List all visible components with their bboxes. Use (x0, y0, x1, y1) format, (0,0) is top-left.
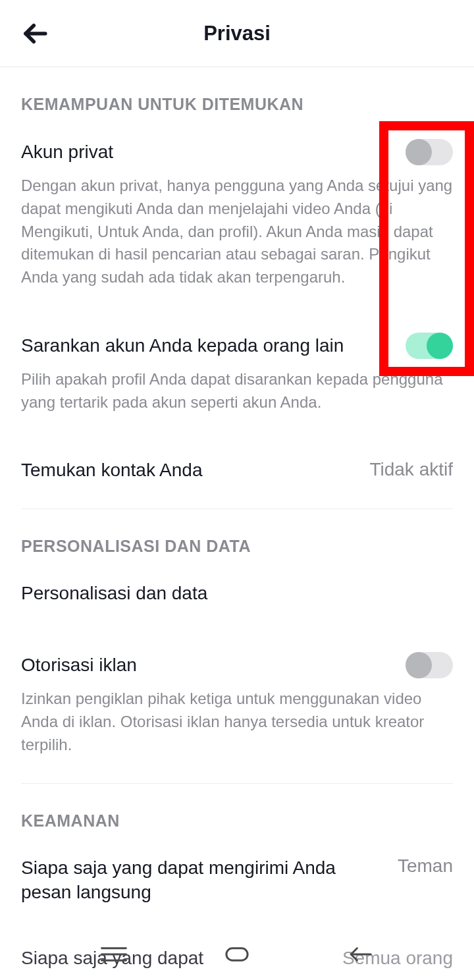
app-header: Privasi (0, 0, 474, 67)
row-description: Dengan akun privat, hanya pengguna yang … (21, 175, 453, 289)
row-direct-message[interactable]: Siapa saja yang dapat mengirimi Anda pes… (0, 844, 474, 917)
row-private-account[interactable]: Akun privat Dengan akun privat, hanya pe… (0, 127, 474, 301)
row-title: Personalisasi dan data (21, 581, 453, 606)
system-nav-bar (0, 929, 474, 980)
toggle-knob (406, 139, 432, 165)
row-title: Otorisasi iklan (21, 653, 395, 678)
rounded-rect-icon (222, 945, 252, 964)
row-title-line: Siapa saja yang dapat mengirimi Anda pes… (21, 856, 453, 906)
menu-lines-icon (99, 945, 129, 964)
row-title-line: Sarankan akun Anda kepada orang lain (21, 333, 453, 359)
section-header-security: KEAMANAN (0, 784, 474, 844)
row-title-line: Temukan kontak Anda Tidak aktif (21, 458, 453, 483)
row-ad-authorization[interactable]: Otorisasi iklan Izinkan pengiklan pihak … (0, 640, 474, 768)
page-title: Privasi (203, 22, 271, 45)
nav-back-button[interactable] (340, 941, 380, 967)
row-title-line: Otorisasi iklan (21, 652, 453, 678)
row-value: Tidak aktif (369, 459, 453, 480)
nav-recent-button[interactable] (94, 941, 134, 967)
settings-content: KEMAMPUAN UNTUK DITEMUKAN Akun privat De… (0, 67, 474, 980)
row-description: Izinkan pengiklan pihak ketiga untuk men… (21, 688, 453, 756)
row-title-line: Personalisasi dan data (21, 581, 453, 606)
row-title-line: Akun privat (21, 139, 453, 165)
toggle-ad-authorization[interactable] (406, 652, 453, 678)
section-header-personalization: PERSONALISASI DAN DATA (0, 509, 474, 569)
toggle-suggest-account[interactable] (406, 333, 453, 359)
row-description: Pilih apakah profil Anda dapat disaranka… (21, 368, 453, 414)
nav-home-button[interactable] (217, 941, 257, 967)
row-suggest-account[interactable]: Sarankan akun Anda kepada orang lain Pil… (0, 321, 474, 426)
arrow-left-icon (21, 20, 49, 47)
toggle-private-account[interactable] (406, 139, 453, 165)
section-header-discoverability: KEMAMPUAN UNTUK DITEMUKAN (0, 67, 474, 127)
row-title: Sarankan akun Anda kepada orang lain (21, 333, 395, 358)
arrow-left-icon (345, 945, 375, 964)
toggle-knob (427, 333, 453, 359)
row-personalization-data[interactable]: Personalisasi dan data (0, 569, 474, 618)
row-title: Akun privat (21, 140, 395, 165)
row-value: Teman (398, 856, 453, 877)
row-title: Siapa saja yang dapat mengirimi Anda pes… (21, 856, 387, 906)
back-button[interactable] (18, 17, 51, 50)
svg-rect-4 (226, 948, 248, 960)
row-find-contacts[interactable]: Temukan kontak Anda Tidak aktif (0, 446, 474, 495)
row-title: Temukan kontak Anda (21, 458, 359, 483)
toggle-knob (406, 652, 432, 678)
